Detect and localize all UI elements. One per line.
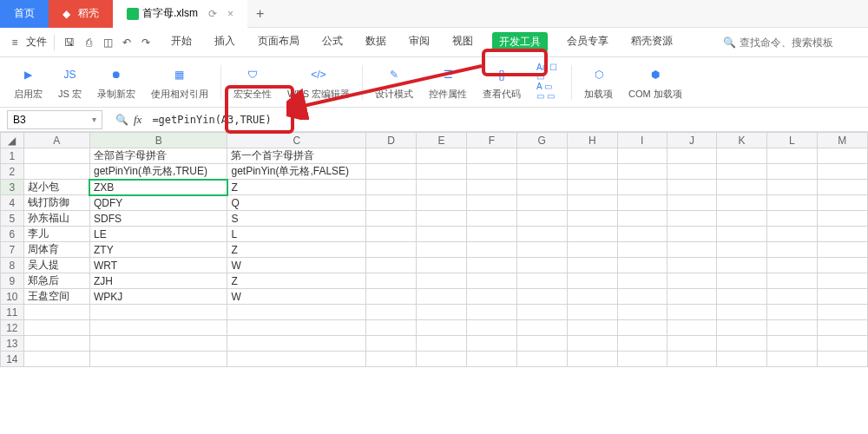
cell[interactable]	[417, 180, 467, 195]
cell[interactable]	[466, 195, 516, 211]
cell[interactable]	[766, 242, 817, 258]
cell[interactable]	[667, 305, 716, 320]
cell[interactable]	[667, 258, 716, 273]
cell[interactable]	[617, 164, 667, 180]
row-header[interactable]: 14	[1, 352, 24, 367]
cell[interactable]	[567, 273, 617, 289]
cell[interactable]	[817, 211, 867, 227]
cell[interactable]	[417, 320, 467, 336]
row-header[interactable]: 13	[1, 336, 24, 352]
cell[interactable]	[617, 273, 667, 289]
cell[interactable]	[366, 164, 417, 180]
cell[interactable]: S	[227, 211, 366, 227]
cell[interactable]	[717, 273, 767, 289]
cell[interactable]	[567, 180, 617, 195]
cell[interactable]	[417, 305, 467, 320]
cell[interactable]	[516, 148, 567, 164]
cell[interactable]	[466, 180, 516, 195]
cell[interactable]	[516, 211, 567, 227]
cell[interactable]	[817, 289, 867, 305]
cell[interactable]	[766, 352, 817, 367]
cell[interactable]	[466, 320, 516, 336]
cell[interactable]	[366, 305, 417, 320]
col-header-D[interactable]: D	[366, 133, 417, 148]
file-tab[interactable]: 首字母.xlsm ⟳ ×	[113, 0, 247, 28]
cell[interactable]	[516, 320, 567, 336]
col-header-M[interactable]: M	[817, 133, 867, 148]
chevron-down-icon[interactable]: ▾	[92, 115, 96, 124]
cell[interactable]	[717, 336, 767, 352]
cell[interactable]: Z	[227, 180, 366, 195]
cell[interactable]	[567, 242, 617, 258]
cell[interactable]	[766, 195, 817, 211]
cell[interactable]	[617, 242, 667, 258]
col-header-G[interactable]: G	[516, 133, 567, 148]
cell[interactable]: 孙东福山	[23, 211, 89, 227]
cell[interactable]	[417, 242, 467, 258]
cell[interactable]	[417, 352, 467, 367]
cell[interactable]	[617, 211, 667, 227]
cell[interactable]	[417, 289, 467, 305]
cell[interactable]	[667, 320, 716, 336]
cell[interactable]	[89, 320, 227, 336]
cell[interactable]	[366, 289, 417, 305]
menu-start[interactable]: 开始	[168, 32, 195, 52]
redo-icon[interactable]: ↷	[138, 35, 154, 50]
col-header-L[interactable]: L	[766, 133, 817, 148]
menu-formula[interactable]: 公式	[319, 32, 346, 52]
cell[interactable]	[366, 273, 417, 289]
cell[interactable]	[817, 320, 867, 336]
js-macro-button[interactable]: JSJS 宏	[51, 60, 89, 104]
cell[interactable]	[617, 258, 667, 273]
cell[interactable]	[567, 305, 617, 320]
cell[interactable]: 王盘空间	[23, 289, 89, 305]
cell[interactable]	[417, 148, 467, 164]
cell[interactable]: 郑急后	[23, 273, 89, 289]
cell[interactable]	[417, 164, 467, 180]
cell[interactable]	[766, 273, 817, 289]
undo-icon[interactable]: ↶	[119, 35, 135, 50]
cell[interactable]: 吴人提	[23, 258, 89, 273]
cell[interactable]	[817, 273, 867, 289]
cell[interactable]: 赵小包	[23, 180, 89, 195]
cell[interactable]: ZXB	[89, 180, 227, 195]
row-header[interactable]: 6	[1, 227, 24, 242]
view-code-button[interactable]: {}查看代码	[476, 60, 528, 104]
enable-macro-button[interactable]: ▶启用宏	[7, 60, 49, 104]
cell[interactable]	[717, 305, 767, 320]
col-header-J[interactable]: J	[667, 133, 716, 148]
save-icon[interactable]: 🖫	[62, 35, 77, 50]
cell[interactable]: LE	[89, 227, 227, 242]
col-header-F[interactable]: F	[466, 133, 516, 148]
cell[interactable]	[227, 320, 366, 336]
formula-input[interactable]	[147, 114, 868, 126]
cell[interactable]	[667, 352, 716, 367]
cell[interactable]	[617, 305, 667, 320]
row-header[interactable]: 1	[1, 148, 24, 164]
cell[interactable]	[516, 336, 567, 352]
cell[interactable]	[766, 336, 817, 352]
cell[interactable]	[617, 289, 667, 305]
file-menu[interactable]: 文件	[26, 35, 47, 49]
row-header[interactable]: 4	[1, 195, 24, 211]
cell[interactable]	[366, 336, 417, 352]
cell[interactable]	[717, 227, 767, 242]
record-macro-button[interactable]: ⏺录制新宏	[90, 60, 142, 104]
cell[interactable]	[23, 336, 89, 352]
cell[interactable]	[466, 211, 516, 227]
cell[interactable]	[567, 211, 617, 227]
col-header-C[interactable]: C	[227, 133, 366, 148]
preview-icon[interactable]: ◫	[100, 35, 115, 50]
cell[interactable]	[717, 258, 767, 273]
cell[interactable]	[516, 227, 567, 242]
menu-data[interactable]: 数据	[362, 32, 390, 52]
cell[interactable]	[766, 305, 817, 320]
name-box[interactable]: B3 ▾	[7, 110, 102, 129]
cell[interactable]	[366, 227, 417, 242]
cell[interactable]	[417, 227, 467, 242]
cell[interactable]	[466, 289, 516, 305]
cell[interactable]	[567, 164, 617, 180]
home-tab[interactable]: 首页	[0, 0, 49, 28]
print-icon[interactable]: ⎙	[81, 35, 96, 50]
cell[interactable]	[89, 352, 227, 367]
